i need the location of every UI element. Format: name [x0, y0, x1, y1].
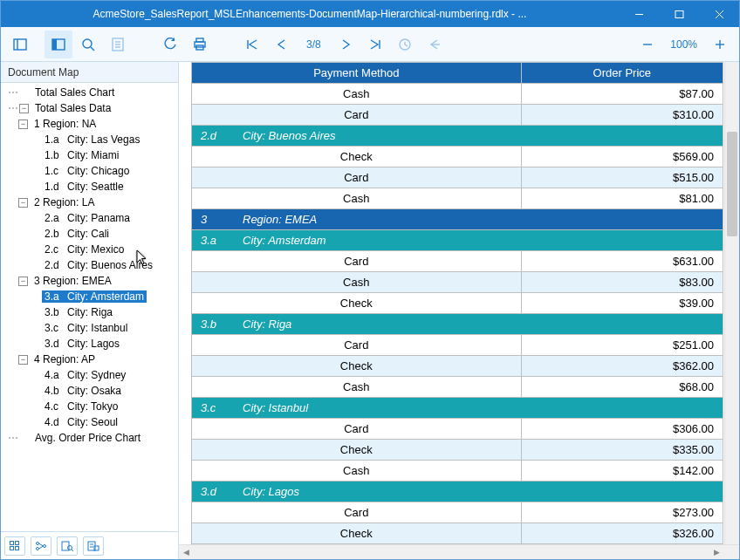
cell-payment: Cash: [192, 84, 522, 105]
first-page-button[interactable]: [238, 31, 266, 58]
table-row: Cash$68.00: [192, 377, 723, 398]
zoom-out-button[interactable]: [634, 31, 661, 58]
table-row: Cash$83.00: [192, 272, 723, 293]
document-map-panel: Document Map ⋯Total Sales Chart⋯−Total S…: [1, 62, 179, 559]
table-header-row: Payment Method Order Price: [192, 63, 723, 84]
close-button[interactable]: [699, 1, 739, 27]
tree-item-city[interactable]: 1.dCity: Seattle: [3, 179, 178, 195]
region-row: 3Region: EMEA: [192, 209, 723, 230]
tree-item-region[interactable]: −2 Region: LA: [3, 195, 178, 210]
tree-item-city[interactable]: 4.cCity: Tokyo: [3, 399, 178, 414]
prev-page-button[interactable]: [268, 31, 296, 58]
history-button[interactable]: [391, 31, 419, 58]
svg-line-27: [39, 543, 44, 546]
tree-item-city[interactable]: 1.bCity: Miami: [3, 147, 178, 163]
tree-toggle-icon[interactable]: −: [18, 355, 28, 365]
scroll-right-icon[interactable]: ▶: [709, 545, 724, 559]
tree-item-city[interactable]: 2.dCity: Buenos Aires: [3, 257, 178, 273]
table-row: Check$335.00: [192, 440, 723, 461]
svg-point-30: [68, 545, 72, 550]
svg-line-28: [39, 546, 44, 549]
tree-item-city[interactable]: 2.aCity: Panama: [3, 210, 178, 226]
cell-payment: Check: [192, 356, 522, 377]
city-row: 3.dCity: Lagos: [192, 481, 723, 502]
cell-payment: Card: [192, 167, 522, 188]
city-row: 3.bCity: Riga: [192, 314, 723, 335]
cell-price: $515.00: [521, 167, 723, 188]
svg-point-25: [37, 547, 39, 550]
cell-price: $68.00: [521, 377, 723, 398]
tree-toggle-icon[interactable]: −: [18, 277, 28, 286]
toolbar: 3/8 100%: [1, 27, 739, 62]
maximize-button[interactable]: [659, 1, 699, 27]
last-page-button[interactable]: [361, 31, 389, 58]
tree-item-city[interactable]: 2.cCity: Mexico: [3, 242, 178, 257]
cell-price: $631.00: [521, 251, 723, 272]
cell-price: $306.00: [521, 419, 723, 440]
tree-item-total-data[interactable]: ⋯−Total Sales Data: [3, 100, 178, 116]
cell-payment: Cash: [192, 188, 522, 209]
scroll-left-icon[interactable]: ◀: [179, 545, 194, 559]
table-row: Card$631.00: [192, 251, 723, 272]
cell-price: $251.00: [521, 335, 723, 356]
cell-payment: Card: [192, 251, 522, 272]
back-button[interactable]: [421, 31, 449, 58]
minimize-button[interactable]: [619, 1, 659, 27]
svg-point-8: [83, 39, 92, 48]
tree-item-city[interactable]: 4.dCity: Seoul: [3, 414, 178, 430]
page-indicator[interactable]: 3/8: [298, 38, 330, 51]
tree-item-city[interactable]: 2.bCity: Cali: [3, 226, 178, 242]
table-row: Card$273.00: [192, 502, 723, 523]
tree-item-city[interactable]: 1.aCity: Las Vegas: [3, 132, 178, 147]
parameters-button[interactable]: [83, 536, 104, 556]
city-row: 3.cCity: Istanbul: [192, 398, 723, 419]
tree-item-region[interactable]: −3 Region: EMEA: [3, 273, 178, 289]
thumbnails-view-button[interactable]: [4, 536, 25, 556]
tree-toggle-icon[interactable]: −: [18, 198, 28, 208]
search-results-button[interactable]: [57, 536, 78, 556]
vertical-scrollbar[interactable]: [724, 62, 739, 544]
cell-price: $326.00: [521, 523, 723, 544]
print-button[interactable]: [186, 31, 214, 58]
cell-payment: Cash: [192, 377, 522, 398]
tree-item-avg-chart[interactable]: ⋯Avg. Order Price Chart: [3, 430, 178, 446]
galley-button[interactable]: [104, 31, 132, 58]
find-button[interactable]: [74, 31, 102, 58]
cell-payment: Card: [192, 419, 522, 440]
tree-view-button[interactable]: [31, 536, 51, 556]
refresh-button[interactable]: [156, 31, 184, 58]
cell-payment: Cash: [192, 461, 522, 481]
cell-payment: Check: [192, 147, 522, 167]
zoom-level[interactable]: 100%: [661, 38, 706, 51]
col-header-payment: Payment Method: [192, 63, 522, 84]
zoom-in-button[interactable]: [706, 31, 734, 58]
tree-item-city[interactable]: 1.cCity: Chicago: [3, 163, 178, 179]
next-page-button[interactable]: [332, 31, 360, 58]
cell-price: $87.00: [521, 84, 723, 105]
tree-item-city[interactable]: 3.bCity: Riga: [3, 304, 178, 320]
svg-point-24: [37, 542, 39, 544]
tree-toggle-icon[interactable]: −: [19, 104, 29, 113]
tree-item-region[interactable]: −4 Region: AP: [3, 352, 178, 367]
panel-toggle-button[interactable]: [45, 31, 72, 58]
svg-line-9: [91, 47, 94, 51]
cell-price: $273.00: [521, 502, 723, 523]
tree-item-city[interactable]: 3.cCity: Istanbul: [3, 320, 178, 336]
svg-rect-4: [14, 39, 26, 50]
cell-payment: Card: [192, 105, 522, 126]
horizontal-scrollbar[interactable]: ◀ ▶: [179, 544, 739, 559]
document-map-tree[interactable]: ⋯Total Sales Chart⋯−Total Sales Data−1 R…: [1, 83, 178, 531]
svg-rect-1: [675, 10, 683, 17]
tree-item-total-chart[interactable]: ⋯Total Sales Chart: [3, 85, 178, 100]
tree-toggle-icon[interactable]: −: [18, 120, 28, 129]
table-row: Cash$142.00: [192, 461, 723, 481]
col-header-price: Order Price: [521, 63, 723, 84]
tree-item-city[interactable]: 4.bCity: Osaka: [3, 383, 178, 399]
tree-item-city[interactable]: 3.dCity: Lagos: [3, 336, 178, 352]
sidebar-toggle-button[interactable]: [6, 31, 34, 58]
tree-item-city[interactable]: 4.aCity: Sydney: [3, 367, 178, 383]
table-row: Card$306.00: [192, 419, 723, 440]
tree-item-city[interactable]: 3.aCity: Amsterdam: [3, 289, 178, 304]
tree-item-region[interactable]: −1 Region: NA: [3, 116, 178, 132]
main-area: Document Map ⋯Total Sales Chart⋯−Total S…: [1, 62, 739, 559]
